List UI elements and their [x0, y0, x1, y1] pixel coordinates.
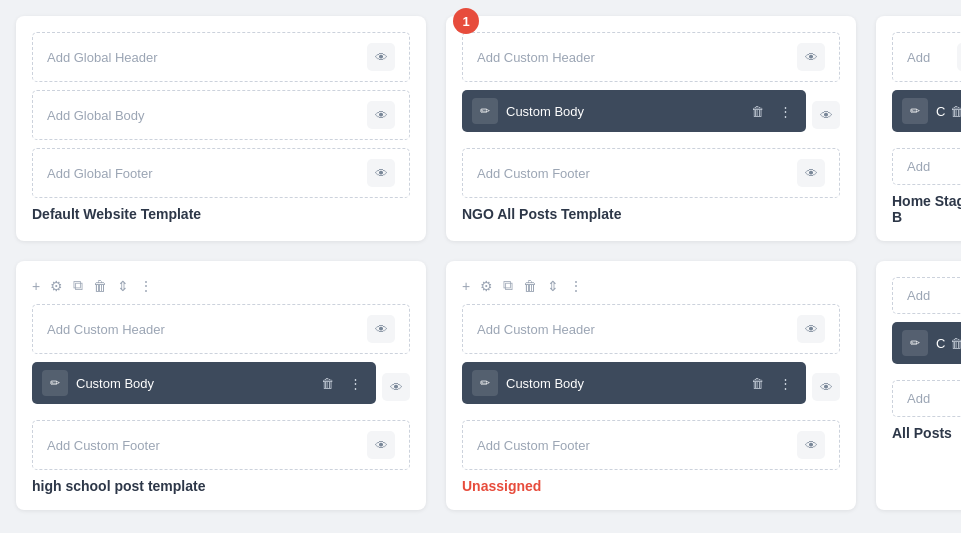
eye-button[interactable]: 👁	[797, 159, 825, 187]
custom-body-bar-partial: ✏ C 🗑 ⋮	[892, 90, 961, 132]
edit-icon[interactable]: ✏	[42, 370, 68, 396]
custom-body-bar: ✏ Custom Body 🗑 ⋮	[32, 362, 376, 404]
slot-label: Add Custom Footer	[477, 438, 590, 453]
more-icon-btn[interactable]: ⋮	[774, 100, 796, 122]
card-title: high school post template	[32, 478, 410, 494]
card-unassigned: + ⚙ ⧉ 🗑 ⇕ ⋮ Add Custom Header 👁 ✏ Custom…	[446, 261, 856, 510]
card-all-posts: Add ✏ C 🗑 ⋮ 👁 Add All Posts	[876, 261, 961, 510]
gear-icon[interactable]: ⚙	[50, 278, 63, 294]
eye-button[interactable]: 👁	[797, 315, 825, 343]
eye-button[interactable]: 👁	[367, 43, 395, 71]
slot-label: Add	[907, 159, 930, 174]
slot-label: Add	[907, 50, 930, 65]
custom-header-slot: Add Custom Header 👁	[462, 304, 840, 354]
global-body-slot: Add Global Body 👁	[32, 90, 410, 140]
slot-label: Add Custom Header	[477, 50, 595, 65]
bar-actions: 🗑 ⋮	[746, 372, 796, 394]
edit-icon[interactable]: ✏	[902, 98, 928, 124]
trash-icon[interactable]: 🗑	[523, 278, 537, 294]
bar-label: C	[936, 336, 945, 351]
gear-icon[interactable]: ⚙	[480, 278, 493, 294]
eye-button[interactable]: 👁	[367, 315, 395, 343]
bar-label: Custom Body	[506, 104, 746, 119]
global-footer-slot: Add Global Footer 👁	[32, 148, 410, 198]
slot-label: Add Global Body	[47, 108, 145, 123]
more-icon-btn[interactable]: ⋮	[344, 372, 366, 394]
custom-footer-slot: Add Custom Footer 👁	[462, 148, 840, 198]
bar-actions: 🗑 ⋮	[316, 372, 366, 394]
trash-icon-btn[interactable]: 🗑	[945, 332, 961, 354]
slot-label: Add Global Header	[47, 50, 158, 65]
card-title: Default Website Template	[32, 206, 410, 222]
add-icon[interactable]: +	[32, 278, 40, 294]
trash-icon-btn[interactable]: 🗑	[945, 100, 961, 122]
eye-button[interactable]: 👁	[812, 373, 840, 401]
card-default-website: Add Global Header 👁 Add Global Body 👁 Ad…	[16, 16, 426, 241]
custom-footer-slot: Add Custom Footer 👁	[462, 420, 840, 470]
slot-label: Add Custom Header	[47, 322, 165, 337]
custom-footer-slot-partial: Add	[892, 148, 961, 185]
slot-label: Add	[907, 391, 930, 406]
eye-button[interactable]: 👁	[812, 101, 840, 129]
global-header-slot: Add Global Header 👁	[32, 32, 410, 82]
trash-icon-btn[interactable]: 🗑	[746, 372, 768, 394]
slot-label: Add Custom Header	[477, 322, 595, 337]
custom-header-slot-partial: Add 👁	[892, 32, 961, 82]
eye-button[interactable]: 👁	[367, 431, 395, 459]
template-grid: Add Global Header 👁 Add Global Body 👁 Ad…	[16, 16, 945, 510]
slot-label: Add Custom Footer	[47, 438, 160, 453]
slot-label: Add Custom Footer	[477, 166, 590, 181]
card-toolbar: + ⚙ ⧉ 🗑 ⇕ ⋮	[32, 277, 410, 294]
bar-label: Custom Body	[76, 376, 316, 391]
edit-icon[interactable]: ✏	[472, 98, 498, 124]
card-title-unassigned: Unassigned	[462, 478, 840, 494]
resize-icon[interactable]: ⇕	[117, 278, 129, 294]
card-ngo-all-posts: Add Custom Header 👁 ✏ Custom Body 🗑 ⋮ 👁 …	[446, 16, 856, 241]
card-high-school: + ⚙ ⧉ 🗑 ⇕ ⋮ Add Custom Header 👁 ✏ Custom…	[16, 261, 426, 510]
eye-button[interactable]: 👁	[382, 373, 410, 401]
custom-body-bar: ✏ Custom Body 🗑 ⋮	[462, 90, 806, 132]
bar-label: Custom Body	[506, 376, 746, 391]
card-toolbar: + ⚙ ⧉ 🗑 ⇕ ⋮	[462, 277, 840, 294]
custom-header-slot: Add Custom Header 👁	[32, 304, 410, 354]
resize-icon[interactable]: ⇕	[547, 278, 559, 294]
eye-button[interactable]: 👁	[367, 159, 395, 187]
more-icon[interactable]: ⋮	[569, 278, 583, 294]
trash-icon-btn[interactable]: 🗑	[746, 100, 768, 122]
slot-label: Add Global Footer	[47, 166, 153, 181]
slot-label: Add	[907, 288, 930, 303]
duplicate-icon[interactable]: ⧉	[73, 277, 83, 294]
eye-button[interactable]: 👁	[957, 43, 961, 71]
custom-body-bar-partial: ✏ C 🗑 ⋮	[892, 322, 961, 364]
more-icon[interactable]: ⋮	[139, 278, 153, 294]
duplicate-icon[interactable]: ⧉	[503, 277, 513, 294]
custom-footer-slot: Add Custom Footer 👁	[32, 420, 410, 470]
bar-actions: 🗑 ⋮	[746, 100, 796, 122]
edit-icon[interactable]: ✏	[472, 370, 498, 396]
bar-actions: 🗑 ⋮	[945, 332, 961, 354]
eye-button[interactable]: 👁	[367, 101, 395, 129]
eye-button[interactable]: 👁	[797, 431, 825, 459]
card-title: Home Staging B	[892, 193, 961, 225]
trash-icon[interactable]: 🗑	[93, 278, 107, 294]
eye-button[interactable]: 👁	[797, 43, 825, 71]
card-title: NGO All Posts Template	[462, 206, 840, 222]
custom-header-slot-partial: Add	[892, 277, 961, 314]
custom-footer-slot-partial: Add	[892, 380, 961, 417]
more-icon-btn[interactable]: ⋮	[774, 372, 796, 394]
custom-header-slot: Add Custom Header 👁	[462, 32, 840, 82]
add-icon[interactable]: +	[462, 278, 470, 294]
edit-icon[interactable]: ✏	[902, 330, 928, 356]
bar-actions: 🗑 ⋮	[945, 100, 961, 122]
custom-body-bar: ✏ Custom Body 🗑 ⋮	[462, 362, 806, 404]
notification-badge: 1	[453, 8, 479, 34]
bar-label: C	[936, 104, 945, 119]
trash-icon-btn[interactable]: 🗑	[316, 372, 338, 394]
card-title: All Posts	[892, 425, 961, 441]
card-home-staging: Add 👁 ✏ C 🗑 ⋮ 👁 Add Home Staging B	[876, 16, 961, 241]
